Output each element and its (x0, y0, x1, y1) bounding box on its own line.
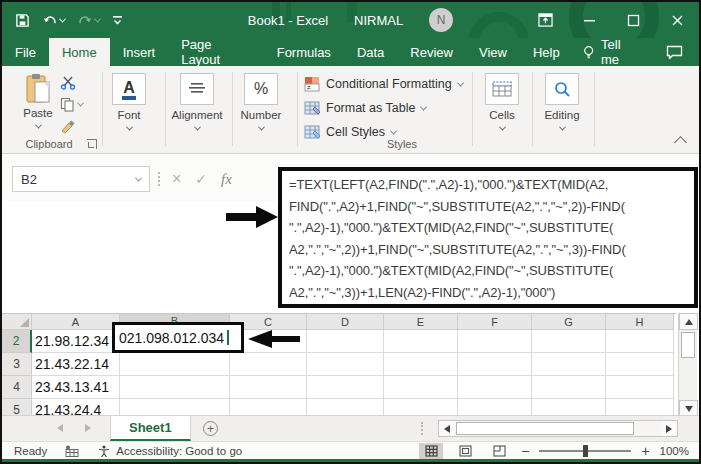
normal-view-button[interactable] (419, 443, 443, 460)
cancel-icon[interactable]: × (172, 170, 181, 188)
selected-cell-b2-annotation-box[interactable]: 021.098.012.034 (112, 322, 244, 353)
cell-d2[interactable] (307, 330, 384, 353)
collapse-ribbon-icon[interactable] (674, 136, 687, 149)
name-box[interactable]: B2 (12, 166, 150, 192)
redo-dropdown-icon[interactable] (94, 15, 101, 22)
row-header-2[interactable]: 2 (2, 330, 32, 353)
scroll-left-button[interactable] (439, 421, 455, 436)
cell-c3[interactable] (230, 353, 307, 376)
cell-g3[interactable] (532, 353, 606, 376)
cell-e3[interactable] (384, 353, 458, 376)
column-header-f[interactable]: F (458, 314, 532, 330)
scroll-right-button[interactable] (661, 421, 677, 436)
column-header-a[interactable]: A (32, 314, 120, 330)
cell-g4[interactable] (532, 376, 606, 399)
tab-home[interactable]: Home (49, 38, 110, 66)
tab-scrollbar-splitter[interactable] (421, 422, 423, 435)
zoom-slider-handle[interactable] (583, 445, 588, 457)
copy-button[interactable] (60, 96, 83, 113)
horizontal-scrollbar-thumb[interactable] (456, 422, 634, 435)
cell-a3[interactable]: 21.43.22.14 (32, 353, 120, 376)
close-button[interactable] (655, 2, 699, 38)
tab-formulas[interactable]: Formulas (264, 38, 344, 66)
cell-c4[interactable] (230, 376, 307, 399)
zoom-out-button[interactable]: − (521, 443, 529, 459)
format-painter-button[interactable] (60, 118, 83, 135)
cell-f3[interactable] (458, 353, 532, 376)
cell-f4[interactable] (458, 376, 532, 399)
macro-record-icon[interactable] (65, 445, 79, 457)
insert-function-icon[interactable]: fx (221, 171, 232, 188)
conditional-formatting-button[interactable]: ≠ Conditional Formatting (304, 73, 463, 95)
maximize-button[interactable] (611, 2, 655, 38)
row-header-4[interactable]: 4 (2, 376, 32, 399)
paste-dropdown-icon[interactable] (34, 122, 41, 129)
vertical-scrollbar-thumb[interactable] (681, 332, 695, 358)
cell-h4[interactable] (606, 376, 674, 399)
cell-a4[interactable]: 23.43.13.41 (32, 376, 120, 399)
column-header-h[interactable]: H (606, 314, 674, 330)
tab-help[interactable]: Help (520, 38, 573, 66)
cell-d3[interactable] (307, 353, 384, 376)
paste-button[interactable]: Paste (16, 73, 60, 131)
next-sheet-icon[interactable] (85, 424, 91, 432)
cell-g2[interactable] (532, 330, 606, 353)
zoom-in-button[interactable]: + (641, 443, 649, 459)
number-group-button[interactable]: % Number (233, 73, 289, 133)
save-icon[interactable] (12, 11, 33, 30)
cell-f2[interactable] (458, 330, 532, 353)
format-as-table-button[interactable]: Format as Table (304, 97, 463, 119)
cell-a2[interactable]: 21.98.12.34 (32, 330, 120, 353)
previous-sheet-icon[interactable] (57, 424, 63, 432)
tab-view[interactable]: View (466, 38, 520, 66)
name-box-dropdown-icon[interactable] (135, 174, 142, 181)
enter-icon[interactable]: ✓ (195, 171, 207, 187)
tab-page-layout[interactable]: Page Layout (168, 38, 264, 66)
row-header-3[interactable]: 3 (2, 353, 32, 376)
font-group-button[interactable]: A Font (101, 73, 157, 133)
comments-icon[interactable] (650, 38, 699, 66)
avatar[interactable]: N (429, 8, 453, 32)
window-bottom-edge (2, 459, 699, 462)
tab-insert[interactable]: Insert (110, 38, 169, 66)
cell-b3[interactable] (120, 353, 230, 376)
cells-group-button[interactable]: Cells (474, 73, 530, 133)
sheet-tab-sheet1[interactable]: Sheet1 (110, 416, 191, 441)
cut-button[interactable] (60, 74, 83, 91)
tab-review[interactable]: Review (397, 38, 466, 66)
ribbon-display-options-button[interactable] (523, 2, 567, 38)
zoom-slider[interactable] (539, 450, 631, 452)
user-name[interactable]: NIRMAL (354, 13, 403, 28)
undo-button[interactable] (39, 12, 68, 29)
tab-file[interactable]: File (2, 38, 49, 66)
column-header-d[interactable]: D (307, 314, 384, 330)
cell-h3[interactable] (606, 353, 674, 376)
zoom-level[interactable]: 100% (660, 445, 689, 457)
tab-data[interactable]: Data (344, 38, 397, 66)
redo-button[interactable] (74, 12, 103, 29)
cell-e2[interactable] (384, 330, 458, 353)
new-sheet-button[interactable]: + (203, 421, 218, 436)
cell-h2[interactable] (606, 330, 674, 353)
editing-group-button[interactable]: Editing (534, 73, 590, 133)
copy-dropdown-icon[interactable] (77, 100, 84, 107)
cell-b4[interactable] (120, 376, 230, 399)
horizontal-scrollbar[interactable] (438, 420, 678, 437)
page-break-preview-button[interactable] (487, 443, 511, 460)
clipboard-dialog-launcher[interactable] (87, 139, 97, 149)
page-layout-view-button[interactable] (453, 443, 477, 460)
cell-d4[interactable] (307, 376, 384, 399)
cell-e4[interactable] (384, 376, 458, 399)
undo-dropdown-icon[interactable] (59, 15, 66, 22)
accessibility-status[interactable]: Accessibility: Good to go (97, 444, 242, 458)
customize-qat-button[interactable] (109, 12, 126, 28)
worksheet-grid[interactable]: A B C D E F G H 2 21.98.12.34 3 21.43.22… (2, 313, 676, 417)
tell-me-box[interactable]: Tell me (573, 38, 650, 66)
minimize-button[interactable] (567, 2, 611, 38)
column-header-g[interactable]: G (532, 314, 606, 330)
vertical-scrollbar[interactable] (678, 313, 697, 417)
column-header-e[interactable]: E (384, 314, 458, 330)
alignment-group-button[interactable]: Alignment (166, 73, 228, 133)
scroll-up-button[interactable] (679, 313, 698, 330)
select-all-corner[interactable] (2, 314, 32, 330)
